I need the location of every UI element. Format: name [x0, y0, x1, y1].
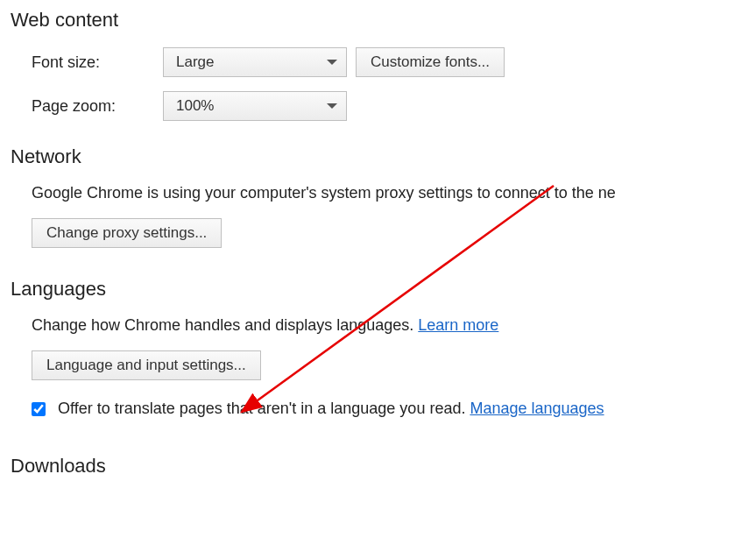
languages-header: Languages: [11, 278, 756, 301]
change-proxy-button[interactable]: Change proxy settings...: [32, 218, 222, 248]
font-size-label: Font size:: [32, 53, 163, 72]
offer-translate-checkbox[interactable]: [32, 402, 46, 416]
downloads-header: Downloads: [11, 455, 756, 478]
network-body-text: Google Chrome is using your computer's s…: [32, 184, 756, 202]
web-content-header: Web content: [11, 9, 756, 32]
offer-translate-label: Offer to translate pages that aren't in …: [58, 400, 470, 417]
font-size-dropdown[interactable]: Large: [163, 47, 347, 77]
network-header: Network: [11, 145, 756, 168]
customize-fonts-button[interactable]: Customize fonts...: [356, 47, 505, 77]
manage-languages-link[interactable]: Manage languages: [470, 400, 604, 417]
page-zoom-value: 100%: [176, 97, 214, 115]
page-zoom-dropdown[interactable]: 100%: [163, 91, 347, 121]
caret-down-icon: [327, 103, 337, 109]
learn-more-link[interactable]: Learn more: [418, 316, 498, 334]
languages-body-prefix: Change how Chrome handles and displays l…: [32, 316, 418, 334]
languages-body-text: Change how Chrome handles and displays l…: [32, 316, 756, 335]
language-input-settings-button[interactable]: Language and input settings...: [32, 350, 261, 380]
page-zoom-label: Page zoom:: [32, 97, 163, 116]
caret-down-icon: [327, 60, 337, 65]
font-size-value: Large: [176, 53, 214, 71]
